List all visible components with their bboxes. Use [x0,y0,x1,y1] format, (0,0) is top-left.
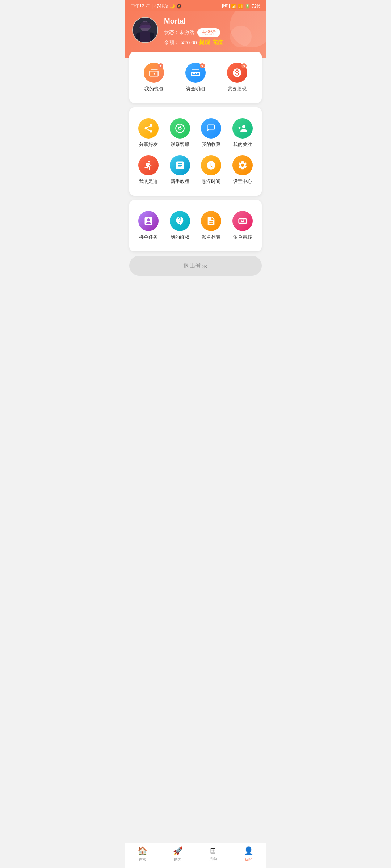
footprint-icon-circle [138,155,159,175]
profile-header: Mortal 状态：未激活 去激活 余额： ¥20.00 提现 充值 [125,11,266,58]
wallet-icon-circle: ★ [144,63,164,83]
status-bar: 中午12:20 | 474K/s 🌙 🔕 HD 📶 📶 🔋 72% [125,0,266,11]
menu-card-1: 分享好友 联系客服 我的收藏 我的关注 我的足迹 [129,107,262,196]
wifi-icon: 📶 [238,4,243,9]
service-item[interactable]: 联系客服 [164,115,196,152]
settings-item[interactable]: 设置中心 [227,152,258,188]
withdraw-item[interactable]: ★ 我要提现 [216,59,258,96]
tutorial-icon-circle [170,155,190,175]
profile-name: Mortal [164,17,259,25]
balance-label: 余额： [164,39,179,46]
follow-icon-circle [232,118,253,139]
order-review-item[interactable]: 派单审核 [227,207,258,244]
star-badge2: ★ [200,63,205,68]
withdraw-label: 我要提现 [228,86,247,92]
service-label: 联系客服 [171,141,189,148]
menu-grid-1: 分享好友 联系客服 我的收藏 我的关注 我的足迹 [133,115,258,188]
fund-detail-item[interactable]: ★ 资金明细 [175,59,216,96]
order-list-item[interactable]: 派单列表 [196,207,227,244]
rights-item[interactable]: 我的维权 [164,207,196,244]
fund-detail-icon-circle: ★ [185,63,206,83]
menu-grid-2: 接单任务 我的维权 派单列表 派单审核 [133,207,258,244]
balance-amount: ¥20.00 [181,40,197,46]
rights-icon-circle [170,211,190,231]
tutorial-item[interactable]: 新手教程 [164,152,196,188]
service-icon-circle [170,118,190,139]
withdraw-icon-circle: ★ [227,63,247,83]
take-order-icon-circle [138,211,159,231]
recharge-button[interactable]: 充值 [212,39,223,46]
profile-row: Mortal 状态：未激活 去激活 余额： ¥20.00 提现 充值 [132,17,259,46]
signal-icon: 📶 [231,4,236,9]
favorites-label: 我的收藏 [202,141,220,148]
avatar[interactable] [132,17,158,43]
wallet-card: ★ 我的钱包 ★ 资金明细 ★ 我要提现 [129,52,262,103]
wallet-label: 我的钱包 [144,86,163,92]
logout-button[interactable]: 退出登录 [129,256,262,276]
settings-label: 设置中心 [233,178,252,185]
wallet-grid: ★ 我的钱包 ★ 资金明细 ★ 我要提现 [133,59,258,96]
share-icon-circle [138,118,159,139]
wallet-item[interactable]: ★ 我的钱包 [133,59,175,96]
star-badge: ★ [158,63,163,68]
float-time-label: 悬浮时间 [202,178,220,185]
favorites-icon-circle [201,118,221,139]
float-time-item[interactable]: 悬浮时间 [196,152,227,188]
battery-icon: 🔋 [245,4,250,9]
status-left: 中午12:20 | 474K/s 🌙 🔕 [131,3,182,9]
rights-label: 我的维权 [171,234,189,241]
speed: | [152,4,153,9]
footprint-label: 我的足迹 [139,178,158,185]
status-right: HD 📶 📶 🔋 72% [222,4,260,9]
balance-row: 余额： ¥20.00 提现 充值 [164,39,259,46]
bell-icon: 🔕 [176,4,182,9]
fund-detail-label: 资金明细 [186,86,205,92]
share-item[interactable]: 分享好友 [133,115,164,152]
moon-icon: 🌙 [169,4,175,9]
hd-label: HD [222,4,230,8]
settings-icon-circle [232,155,253,175]
favorites-item[interactable]: 我的收藏 [196,115,227,152]
follow-label: 我的关注 [233,141,252,148]
follow-item[interactable]: 我的关注 [227,115,258,152]
star-badge3: ★ [241,63,247,68]
menu-card-2: 接单任务 我的维权 派单列表 派单审核 [129,200,262,251]
withdraw-button[interactable]: 提现 [199,39,210,46]
status-label: 状态：未激活 [164,29,194,36]
take-order-item[interactable]: 接单任务 [133,207,164,244]
order-list-label: 派单列表 [202,234,220,241]
order-review-icon-circle [232,211,253,231]
order-review-label: 派单审核 [233,234,252,241]
profile-info: Mortal 状态：未激活 去激活 余额： ¥20.00 提现 充值 [164,17,259,46]
activate-button[interactable]: 去激活 [197,28,220,37]
share-label: 分享好友 [139,141,158,148]
tutorial-label: 新手教程 [171,178,189,185]
footprint-item[interactable]: 我的足迹 [133,152,164,188]
status-row: 状态：未激活 去激活 [164,28,259,37]
order-list-icon-circle [201,211,221,231]
float-time-icon-circle [201,155,221,175]
network-speed: 474K/s [154,4,168,9]
time: 中午12:20 [131,3,150,9]
battery-percent: 72% [252,4,260,9]
take-order-label: 接单任务 [139,234,158,241]
